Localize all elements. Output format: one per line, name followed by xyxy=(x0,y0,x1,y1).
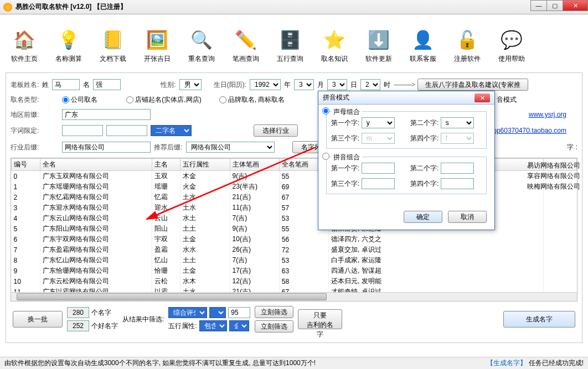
toolbar-icon: 📒 xyxy=(102,29,124,51)
word1-input[interactable] xyxy=(62,125,103,136)
sex-select[interactable]: 男 xyxy=(179,79,202,90)
toolbar-icon: 🔍 xyxy=(190,29,213,51)
p4-input[interactable] xyxy=(441,178,474,189)
col-header[interactable]: 编号 xyxy=(12,159,40,171)
op-select[interactable]: ≡ xyxy=(209,307,226,318)
generate-button[interactable]: 生成名字 xyxy=(503,311,575,328)
toolbar-item-9[interactable]: 👤联系客服 xyxy=(410,29,436,64)
toolbar-item-7[interactable]: ⭐取名知识 xyxy=(321,29,348,64)
main-toolbar: 🏠软件主页💡名称测算📒文档下载🖼️开张吉日🔍重名查询✏️笔画查询🗄️五行查询⭐取… xyxy=(6,18,582,69)
type-company[interactable]: 公司取名 xyxy=(62,95,97,105)
sex-label: 性别: xyxy=(161,80,176,90)
type-brand[interactable]: 品牌取名, 商标取名 xyxy=(219,95,285,105)
type-label: 取名类型: xyxy=(11,95,39,105)
toolbar-icon: 🏠 xyxy=(13,29,35,51)
count-names xyxy=(67,307,89,318)
status-gen-link[interactable]: 【生成名字】 xyxy=(487,359,527,367)
given-input[interactable] xyxy=(93,79,121,90)
toolbar-item-2[interactable]: 📒文档下载 xyxy=(100,29,126,64)
initials-radio[interactable] xyxy=(322,107,329,115)
month-select[interactable]: 3 xyxy=(294,79,314,90)
swap-button[interactable]: 换一批 xyxy=(13,311,63,328)
c2-select[interactable]: s xyxy=(441,117,474,128)
table-row[interactable]: 8广东忆山网络有限公司忆山土土7(吉)53白手成家, 家运隆 xyxy=(12,255,577,266)
dialog-cancel-button[interactable]: 取消 xyxy=(448,211,487,223)
toolbar-item-10[interactable]: 🔓注册软件 xyxy=(454,29,481,64)
word-count-select[interactable]: 二字名 xyxy=(151,125,192,136)
close-button[interactable]: ✕ xyxy=(563,0,588,11)
toolbar-item-4[interactable]: 🔍重名查询 xyxy=(188,29,215,64)
col-header[interactable]: 主名 xyxy=(152,159,180,171)
type-shop[interactable]: 店铺起名(实体店,网店) xyxy=(126,95,201,105)
toolbar-item-5[interactable]: ✏️笔画查询 xyxy=(233,29,259,64)
p1-input[interactable] xyxy=(362,163,395,174)
select-industry-button[interactable]: 选择行业 xyxy=(254,124,298,137)
hour-select[interactable]: 21 xyxy=(360,79,380,90)
pinyin-legend: 拼音组合 xyxy=(331,153,362,162)
toolbar-label: 注册软件 xyxy=(454,54,481,64)
score-input[interactable] xyxy=(228,307,250,318)
toolbar-item-8[interactable]: ⬇️软件更新 xyxy=(365,29,392,64)
region-input[interactable] xyxy=(62,109,151,120)
bazi-button[interactable]: 生辰八字排盘及取名建议(专家推荐) xyxy=(417,79,528,91)
toolbar-item-0[interactable]: 🏠软件主页 xyxy=(11,29,38,64)
side-suggestions: 易访网络有限公司享容网络有限公司映梅网络有限公司 xyxy=(527,160,580,193)
toolbar-label: 名称测算 xyxy=(55,54,82,64)
toolbar-item-6[interactable]: 🗄️五行查询 xyxy=(277,29,303,64)
toolbar-label: 联系客服 xyxy=(410,54,436,64)
birth-label: 生日(阳历): xyxy=(214,80,246,90)
surname-input[interactable] xyxy=(52,79,80,90)
maximize-button[interactable]: ▢ xyxy=(546,0,563,11)
minimize-button[interactable]: — xyxy=(530,0,547,11)
c1-select[interactable]: y xyxy=(362,117,395,128)
col-header[interactable]: 五行属性 xyxy=(180,159,230,171)
toolbar-item-3[interactable]: 🖼️开张吉日 xyxy=(144,29,171,64)
table-row[interactable]: 6广东宇双网络有限公司宇双土金10(吉)56德泽四方, 六爻之 xyxy=(12,234,577,245)
p3-input[interactable] xyxy=(362,178,395,189)
wuxing-val-select[interactable]: 金 xyxy=(229,320,249,331)
table-row[interactable]: 9广东恰珊网络有限公司恰珊土金17(吉)63四通八达, 智谋超 xyxy=(12,266,577,276)
dialog-close-button[interactable]: ✕ xyxy=(474,93,490,102)
link-site[interactable]: www.ysrj.org xyxy=(529,111,566,118)
rec-label: 推荐后缀: xyxy=(154,143,182,152)
pinyin-radio[interactable] xyxy=(322,153,329,160)
status-left: 由软件根据您的设置每次自动生成3000个不同的名字, 如果您觉得不满可以重复生成… xyxy=(4,358,316,368)
h-scrollbar[interactable] xyxy=(11,292,577,301)
statusbar: 由软件根据您的设置每次自动生成3000个不同的名字, 如果您觉得不满可以重复生成… xyxy=(0,357,588,369)
toolbar-item-11[interactable]: 💬使用帮助 xyxy=(498,29,525,64)
toolbar-item-1[interactable]: 💡名称测算 xyxy=(55,29,82,64)
only-lucky-button[interactable]: 只要 吉利的名字 xyxy=(298,309,342,329)
word2-input[interactable] xyxy=(106,125,147,136)
toolbar-label: 五行查询 xyxy=(277,54,303,64)
col-header[interactable]: 主体笔画 xyxy=(230,159,279,171)
wuxing-op-select[interactable]: 包含 xyxy=(199,320,227,331)
year-select[interactable]: 1992 xyxy=(250,79,281,90)
toolbar-icon: 🗄️ xyxy=(279,29,301,51)
rec-suffix-select[interactable]: 网络有限公司 xyxy=(186,142,275,153)
toolbar-icon: ⭐ xyxy=(323,29,345,51)
toolbar-label: 文档下载 xyxy=(100,54,126,64)
toolbar-label: 开张吉日 xyxy=(144,54,171,64)
table-row[interactable]: 10广东云松网络有限公司云松水木12(吉)58还本归元, 发明能 xyxy=(12,276,577,287)
p2-input[interactable] xyxy=(441,163,474,174)
sort-select[interactable]: 综合评分 xyxy=(168,307,207,318)
side-item: 易访网络有限公司 xyxy=(527,160,580,171)
link-taobao[interactable]: iop60370470.taobao.com xyxy=(492,127,566,134)
dialog-ok-button[interactable]: 确定 xyxy=(404,211,442,223)
boss-label: 老板姓名: xyxy=(11,80,39,90)
filter-now-1[interactable]: 立刻筛选 xyxy=(255,306,293,318)
toolbar-label: 取名知识 xyxy=(321,54,348,64)
table-row[interactable]: 7广东盈霜网络有限公司盈霜水水26(吉)72盛衰交加, 卓识过 xyxy=(12,245,577,255)
side-item: 映梅网络有限公司 xyxy=(527,181,580,192)
col-header[interactable]: 全名 xyxy=(40,159,152,171)
app-icon xyxy=(3,3,12,12)
toolbar-label: 笔画查询 xyxy=(233,54,259,64)
status-right: 任务已经成功完成! xyxy=(529,359,584,367)
filter-now-2[interactable]: 立刻筛选 xyxy=(255,320,293,332)
mode-suffix: 音模式 xyxy=(497,95,517,105)
day-select[interactable]: 30 xyxy=(327,79,347,90)
suffix-input[interactable] xyxy=(62,142,151,153)
titlebar: 易胜公司取名软件 [v12.0] 【已注册】 — ▢ ✕ xyxy=(0,0,588,14)
arrow-text: ----------------> xyxy=(394,81,414,89)
xing-label: 姓 xyxy=(42,80,49,90)
